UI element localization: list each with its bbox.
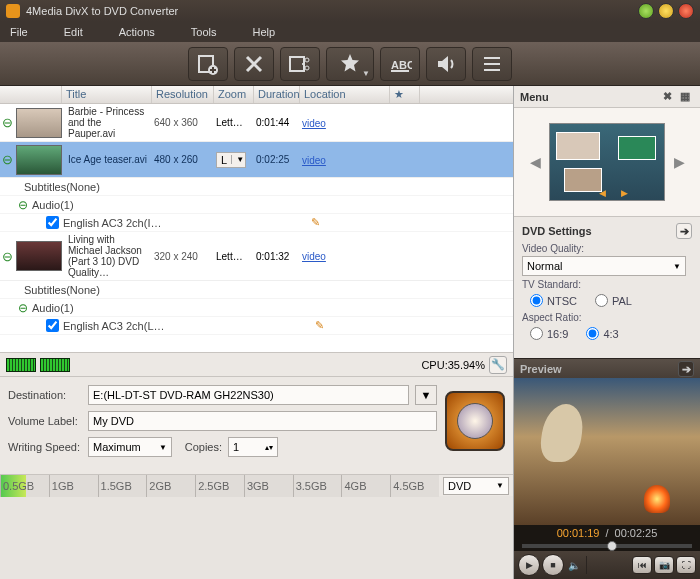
col-star[interactable]: ★ xyxy=(390,86,420,103)
disc-type-select[interactable]: DVD▼ xyxy=(443,477,509,495)
col-title[interactable]: Title xyxy=(62,86,152,103)
file-dur: 0:01:44 xyxy=(256,117,302,128)
minimize-button[interactable] xyxy=(638,3,654,19)
chevron-down-icon: ▼ xyxy=(159,443,167,452)
expand-icon[interactable]: ⊖ xyxy=(0,249,14,264)
edit-icon[interactable]: ✎ xyxy=(315,319,324,332)
add-file-button[interactable] xyxy=(188,47,228,81)
file-title: Barbie - Princess and the Pauper.avi xyxy=(64,106,154,139)
file-row[interactable]: ⊖ Living with Michael Jackson (Part 3 10… xyxy=(0,232,513,281)
time-display: 00:01:19/00:02:25 xyxy=(514,525,700,541)
file-row[interactable]: ⊖ Ice Age teaser.avi 480 x 260 L▼ 0:02:2… xyxy=(0,142,513,178)
burn-button[interactable] xyxy=(445,391,505,451)
toolbar: ▼ ABC xyxy=(0,42,700,86)
menu-help[interactable]: Help xyxy=(252,26,275,38)
playback-controls: ▶ ■ 🔈 ⏮ 📷 ⛶ xyxy=(514,551,700,579)
edit-icon[interactable]: ✎ xyxy=(311,216,320,229)
menu-thumbnail[interactable]: ◀ ▶ xyxy=(549,123,665,201)
preview-area: 00:01:19/00:02:25 ▶ ■ 🔈 ⏮ 📷 ⛶ xyxy=(514,378,700,579)
chevron-down-icon: ▼ xyxy=(362,69,370,78)
audio-button[interactable] xyxy=(426,47,466,81)
destination-dropdown[interactable]: ▼ xyxy=(415,385,437,405)
destination-panel: Destination: E:(HL-DT-ST DVD-RAM GH22NS3… xyxy=(0,376,513,474)
svg-point-3 xyxy=(305,58,309,62)
ntsc-radio[interactable]: NTSC xyxy=(530,294,577,307)
snapshot-button[interactable]: 📷 xyxy=(654,556,674,574)
effects-button[interactable]: ▼ xyxy=(326,47,374,81)
subtitles-row[interactable]: Subtitles(None) xyxy=(0,178,513,196)
file-list: ⊖ Barbie - Princess and the Pauper.avi 6… xyxy=(0,104,513,352)
destination-select[interactable]: E:(HL-DT-ST DVD-RAM GH22NS30) xyxy=(88,385,409,405)
menu-file[interactable]: File xyxy=(10,26,28,38)
track-checkbox[interactable] xyxy=(46,319,59,332)
col-location[interactable]: Location xyxy=(300,86,390,103)
file-title: Living with Michael Jackson (Part 3 10) … xyxy=(64,234,154,278)
x-icon xyxy=(242,52,266,76)
spinner-icon: ▴▾ xyxy=(265,443,273,452)
prev-template-button[interactable]: ◀ xyxy=(527,154,543,170)
menu-tools[interactable]: Tools xyxy=(191,26,217,38)
expand-icon[interactable]: ⊖ xyxy=(18,301,32,315)
file-row[interactable]: ⊖ Barbie - Princess and the Pauper.avi 6… xyxy=(0,104,513,142)
aspect-169-radio[interactable]: 16:9 xyxy=(530,327,568,340)
seek-bar[interactable] xyxy=(514,541,700,551)
settings-go-button[interactable]: ➔ xyxy=(676,223,692,239)
menu-actions[interactable]: Actions xyxy=(119,26,155,38)
subtitle-button[interactable]: ABC xyxy=(380,47,420,81)
maximize-button[interactable] xyxy=(658,3,674,19)
pal-radio[interactable]: PAL xyxy=(595,294,632,307)
quality-label: Video Quality: xyxy=(522,243,692,254)
prev-frame-button[interactable]: ⏮ xyxy=(632,556,652,574)
expand-icon[interactable]: ⊖ xyxy=(18,198,32,212)
copies-spinner[interactable]: 1▴▾ xyxy=(228,437,278,457)
speed-label: Writing Speed: xyxy=(8,441,82,453)
video-frame[interactable] xyxy=(514,378,700,525)
thumbnail xyxy=(16,241,62,271)
stop-button[interactable]: ■ xyxy=(542,554,564,576)
subtitles-row[interactable]: Subtitles(None) xyxy=(0,281,513,299)
file-title: Ice Age teaser.avi xyxy=(64,154,154,165)
col-resolution[interactable]: Resolution xyxy=(152,86,214,103)
expand-icon[interactable]: ⊖ xyxy=(0,152,14,167)
expand-icon[interactable]: ⊖ xyxy=(0,115,14,130)
close-button[interactable] xyxy=(678,3,694,19)
cpu-settings-button[interactable]: 🔧 xyxy=(489,356,507,374)
audio-track-row[interactable]: English AC3 2ch(L…✎ xyxy=(0,317,513,335)
disc-icon xyxy=(457,403,493,439)
audio-header-row[interactable]: ⊖Audio(1) xyxy=(0,299,513,317)
thumbnail xyxy=(16,145,62,175)
location-link[interactable]: video xyxy=(302,155,326,166)
track-checkbox[interactable] xyxy=(46,216,59,229)
clip-button[interactable] xyxy=(280,47,320,81)
audio-track-row[interactable]: English AC3 2ch(I…✎ xyxy=(0,214,513,232)
preview-go-button[interactable]: ➔ xyxy=(678,361,694,377)
menu-edit[interactable]: Edit xyxy=(64,26,83,38)
fullscreen-button[interactable]: ⛶ xyxy=(676,556,696,574)
speed-select[interactable]: Maximum▼ xyxy=(88,437,172,457)
seek-knob[interactable] xyxy=(607,541,617,551)
dvd-settings-header: DVD Settings xyxy=(522,225,592,237)
menu-settings-icon[interactable]: ✖ xyxy=(663,90,677,104)
file-res: 320 x 240 xyxy=(154,251,216,262)
svg-text:ABC: ABC xyxy=(391,59,412,71)
list-icon xyxy=(480,52,504,76)
aspect-43-radio[interactable]: 4:3 xyxy=(586,327,618,340)
aspect-label: Aspect Ratio: xyxy=(522,312,692,323)
next-template-button[interactable]: ▶ xyxy=(671,154,687,170)
col-duration[interactable]: Duration xyxy=(254,86,300,103)
volume-input[interactable]: My DVD xyxy=(88,411,437,431)
film-scissors-icon xyxy=(288,52,312,76)
col-zoom[interactable]: Zoom xyxy=(214,86,254,103)
play-button[interactable]: ▶ xyxy=(518,554,540,576)
zoom-select[interactable]: L▼ xyxy=(216,152,246,168)
audio-header-row[interactable]: ⊖Audio(1) xyxy=(0,196,513,214)
chapter-button[interactable] xyxy=(472,47,512,81)
size-bar: 0.5GB1GB1.5GB 2GB2.5GB3GB 3.5GB4GB4.5GB … xyxy=(0,474,513,496)
quality-select[interactable]: Normal▼ xyxy=(522,256,686,276)
location-link[interactable]: video xyxy=(302,118,326,129)
volume-icon[interactable]: 🔈 xyxy=(568,560,580,571)
location-link[interactable]: video xyxy=(302,251,326,262)
column-header: Title Resolution Zoom Duration Location … xyxy=(0,86,513,104)
delete-button[interactable] xyxy=(234,47,274,81)
menu-grid-icon[interactable]: ▦ xyxy=(680,90,694,104)
